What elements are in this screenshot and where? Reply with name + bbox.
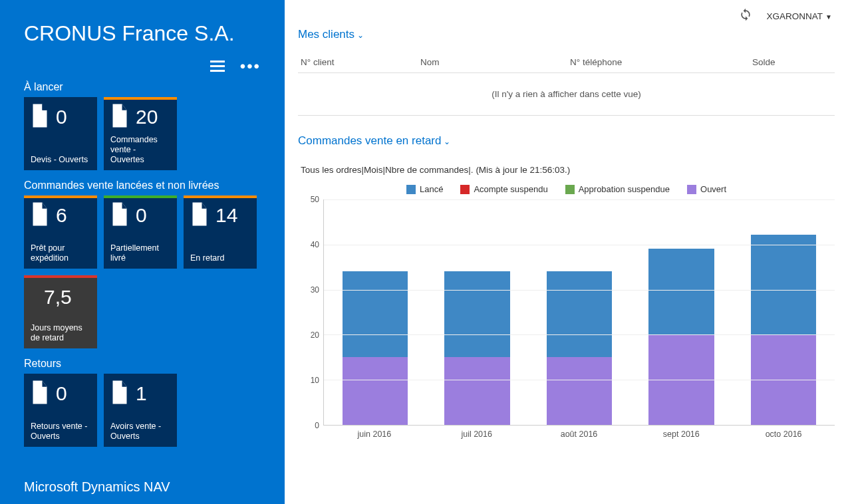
legend-item[interactable]: Ouvert: [687, 184, 726, 194]
tile-value: 0: [56, 106, 67, 128]
section-retours: Retours: [24, 358, 261, 370]
section-to-launch: À lancer: [24, 81, 261, 93]
company-title: CRONUS France S.A.: [24, 21, 261, 46]
tile-value: 0: [136, 204, 147, 227]
bar-segment: [343, 357, 408, 425]
legend-swatch: [687, 185, 696, 194]
tile-label: Devis - Ouverts: [31, 155, 90, 165]
bar[interactable]: [444, 271, 509, 425]
tile-value: 1: [136, 382, 147, 405]
y-tick: 50: [311, 195, 319, 204]
y-tick: 40: [311, 240, 319, 249]
legend-label: Approbation suspendue: [579, 184, 670, 194]
mes-clients-link[interactable]: Mes clients⌄: [298, 28, 364, 41]
more-icon[interactable]: •••: [240, 62, 261, 71]
y-tick: 20: [311, 330, 319, 340]
x-tick: juil 2016: [426, 426, 528, 439]
legend-label: Acompte suspendu: [474, 184, 547, 194]
document-icon: [31, 104, 49, 130]
tile-partiellement-livre[interactable]: 0 Partiellement livré: [104, 195, 177, 269]
tile-retours-vente[interactable]: 0 Retours vente - Ouverts: [24, 374, 97, 447]
bar-segment: [444, 357, 509, 425]
bar[interactable]: [547, 271, 612, 425]
tile-label: Commandes vente - Ouvertes: [110, 135, 170, 165]
tile-value: 6: [56, 204, 67, 227]
bar[interactable]: [648, 249, 714, 425]
legend-item[interactable]: Approbation suspendue: [565, 184, 670, 194]
bar-segment: [343, 271, 408, 357]
tile-label: Prêt pour expédition: [31, 243, 90, 263]
sidebar: CRONUS France S.A. ••• À lancer 0 Devis …: [0, 0, 285, 504]
bar-segment: [444, 271, 509, 357]
x-tick: juin 2016: [323, 426, 426, 439]
col-client-no: N° client: [301, 57, 420, 67]
chart: 01020304050: [298, 199, 835, 426]
legend-item[interactable]: Acompte suspendu: [460, 184, 547, 194]
col-nom: Nom: [420, 57, 570, 67]
document-icon: [110, 380, 129, 407]
y-tick: 30: [311, 285, 319, 295]
chart-legend: LancéAcompte suspenduApprobation suspend…: [298, 184, 835, 194]
bar[interactable]: [751, 235, 816, 425]
bar[interactable]: [343, 271, 408, 425]
menu-icon[interactable]: [210, 58, 225, 74]
col-solde: Solde: [752, 57, 832, 67]
tile-en-retard[interactable]: 14 En retard: [184, 195, 257, 269]
tile-avoirs-vente[interactable]: 1 Avoirs vente - Ouverts: [104, 374, 177, 447]
tile-value: 14: [215, 204, 237, 227]
legend-swatch: [460, 185, 470, 194]
tile-devis-ouverts[interactable]: 0 Devis - Ouverts: [24, 97, 97, 170]
tile-label: En retard: [190, 253, 250, 263]
y-tick: 0: [315, 421, 319, 430]
tile-value: 0: [56, 382, 67, 405]
col-tel: N° téléphone: [570, 57, 752, 67]
tile-label: Jours moyens de retard: [31, 323, 90, 343]
tile-commandes-ouvertes[interactable]: 20 Commandes vente - Ouvertes: [104, 97, 177, 170]
legend-swatch: [406, 185, 416, 194]
footer-brand: Microsoft Dynamics NAV: [24, 479, 170, 495]
y-axis: 01020304050: [298, 199, 323, 426]
tile-jours-retard[interactable]: 7,5 Jours moyens de retard: [24, 275, 97, 348]
x-axis: juin 2016juil 2016août 2016sept 2016octo…: [323, 426, 835, 439]
user-name: XGARONNAT: [767, 11, 823, 21]
bar-segment: [648, 249, 714, 334]
main-content: XGARONNAT▼ Mes clients⌄ N° client Nom N°…: [285, 0, 848, 504]
chevron-down-icon: ⌄: [444, 137, 450, 146]
empty-message: (Il n'y a rien à afficher dans cette vue…: [298, 73, 835, 116]
section-label: Commandes vente en retard: [298, 134, 441, 147]
y-tick: 10: [311, 376, 319, 385]
plot-area: [323, 199, 835, 426]
commandes-retard-link[interactable]: Commandes vente en retard⌄: [298, 134, 450, 148]
section-label: Mes clients: [298, 28, 354, 41]
bar-segment: [751, 235, 816, 334]
x-tick: sept 2016: [630, 426, 732, 439]
chevron-down-icon: ⌄: [357, 31, 364, 40]
document-icon: [190, 202, 209, 229]
legend-swatch: [565, 185, 575, 194]
x-tick: août 2016: [528, 426, 631, 439]
tile-value: 20: [136, 106, 158, 128]
tile-label: Avoirs vente - Ouverts: [110, 422, 170, 441]
document-icon: [110, 104, 129, 130]
bar-segment: [547, 271, 612, 357]
legend-label: Lancé: [420, 184, 443, 194]
bar-segment: [547, 357, 612, 425]
document-icon: [31, 380, 49, 407]
refresh-icon[interactable]: [739, 8, 752, 24]
user-menu[interactable]: XGARONNAT▼: [767, 11, 832, 21]
tile-label: Retours vente - Ouverts: [31, 422, 90, 441]
clients-table-header: N° client Nom N° téléphone Solde: [298, 52, 835, 73]
tile-value: 7,5: [31, 282, 90, 309]
document-icon: [31, 202, 49, 229]
chart-caption: Tous les ordres|Mois|Nbre de commandes|.…: [301, 165, 835, 175]
tile-label: Partiellement livré: [110, 243, 170, 263]
legend-item[interactable]: Lancé: [406, 184, 443, 194]
legend-label: Ouvert: [700, 184, 726, 194]
document-icon: [110, 202, 129, 229]
section-not-delivered: Commandes vente lancées et non livrées: [24, 180, 261, 191]
tile-pret-expedition[interactable]: 6 Prêt pour expédition: [24, 195, 97, 269]
x-tick: octo 2016: [732, 426, 835, 439]
chevron-down-icon: ▼: [825, 13, 832, 21]
